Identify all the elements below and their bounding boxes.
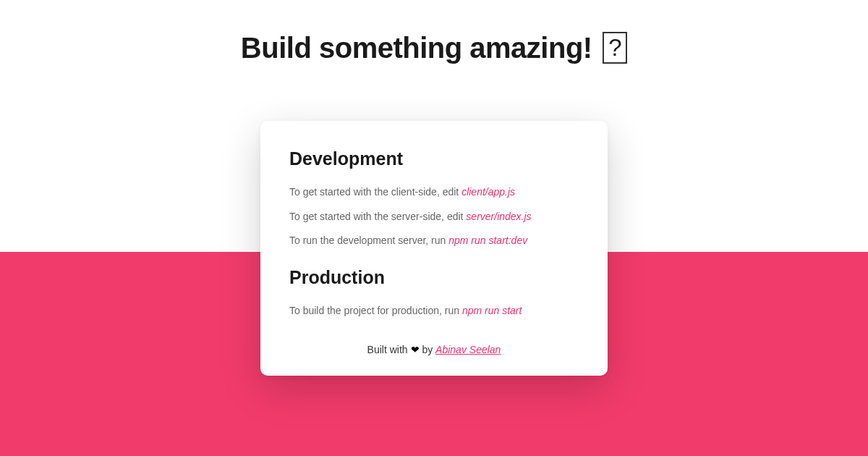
- prod-line-build-code: npm run start: [462, 305, 522, 316]
- dev-line-server: To get started with the server-side, edi…: [289, 210, 579, 224]
- page-title-text: Build something amazing!: [241, 32, 592, 64]
- dev-line-server-text: To get started with the server-side, edi…: [289, 211, 466, 222]
- dev-line-run-code: npm run start:dev: [448, 235, 527, 246]
- dev-line-client-text: To get started with the client-side, edi…: [289, 186, 461, 198]
- dev-line-server-code: server/index.js: [466, 211, 531, 222]
- emoji-placeholder-icon: ?: [603, 32, 627, 64]
- footer-by: by: [420, 344, 436, 355]
- dev-line-run: To run the development server, run npm r…: [289, 234, 579, 248]
- development-heading: Development: [289, 148, 579, 169]
- dev-line-client: To get started with the client-side, edi…: [289, 185, 579, 200]
- production-heading: Production: [289, 267, 579, 288]
- prod-line-build: To build the project for production, run…: [289, 304, 579, 318]
- page-title: Build something amazing! ?: [0, 32, 868, 64]
- footer-prefix: Built with: [367, 344, 411, 355]
- dev-line-run-text: To run the development server, run: [289, 235, 448, 246]
- heart-icon: ❤: [411, 344, 420, 355]
- card-footer: Built with ❤ by Abinav Seelan: [289, 344, 579, 355]
- info-card: Development To get started with the clie…: [260, 121, 608, 376]
- author-link[interactable]: Abinav Seelan: [435, 344, 501, 355]
- prod-line-build-text: To build the project for production, run: [289, 305, 462, 316]
- dev-line-client-code: client/app.js: [461, 186, 515, 198]
